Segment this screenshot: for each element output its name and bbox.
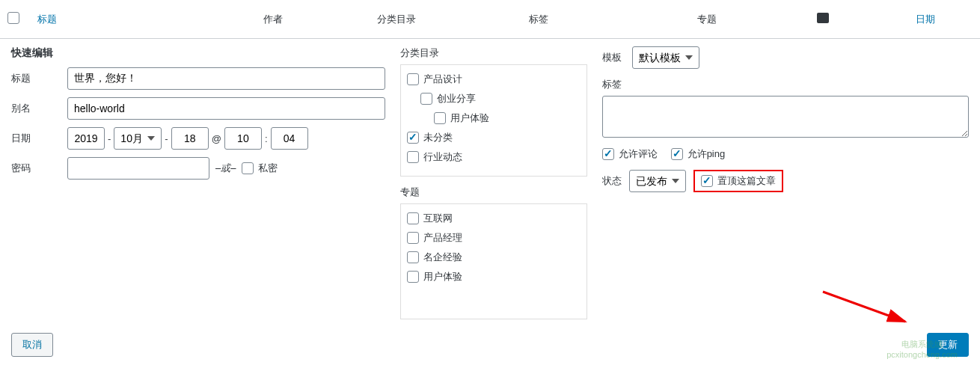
allow-ping-label: 允许ping bbox=[687, 147, 726, 161]
category-item[interactable]: 创业分享 bbox=[407, 89, 581, 108]
topic-checkbox[interactable] bbox=[407, 212, 419, 224]
column-comments[interactable] bbox=[800, 7, 845, 31]
category-name: 未分类 bbox=[423, 131, 453, 144]
day-input[interactable] bbox=[171, 127, 209, 150]
column-tags: 标签 bbox=[464, 7, 613, 32]
month-select[interactable]: 10月 bbox=[114, 127, 162, 150]
tags-label: 标签 bbox=[602, 78, 969, 91]
topics-label: 专题 bbox=[400, 186, 587, 199]
comment-icon bbox=[817, 13, 829, 23]
template-label: 模板 bbox=[602, 51, 632, 64]
select-all-checkbox[interactable] bbox=[7, 12, 19, 24]
password-label: 密码 bbox=[11, 162, 67, 175]
topic-item[interactable]: 互联网 bbox=[407, 209, 581, 228]
topic-name: 用户体验 bbox=[423, 270, 462, 283]
private-checkbox[interactable] bbox=[242, 162, 254, 174]
sticky-checkbox[interactable] bbox=[701, 175, 713, 187]
quick-edit-panel: 快速编辑 标题 别名 日期 - 10月 - @ : bbox=[0, 39, 980, 368]
cancel-button[interactable]: 取消 bbox=[11, 333, 53, 357]
topic-item[interactable]: 产品经理 bbox=[407, 228, 581, 248]
status-select[interactable]: 已发布 bbox=[629, 170, 686, 192]
password-input[interactable] bbox=[67, 157, 209, 180]
sticky-highlight: 置顶这篇文章 bbox=[693, 170, 783, 192]
category-name: 创业分享 bbox=[437, 92, 476, 105]
sticky-label: 置顶这篇文章 bbox=[717, 174, 776, 188]
topic-name: 互联网 bbox=[423, 212, 453, 225]
categories-list[interactable]: 产品设计创业分享用户体验未分类行业动态 bbox=[400, 64, 587, 177]
topic-checkbox[interactable] bbox=[407, 251, 419, 263]
category-item[interactable]: 产品设计 bbox=[407, 70, 581, 89]
allow-comments-checkbox[interactable] bbox=[602, 148, 614, 160]
topic-name: 产品经理 bbox=[423, 231, 462, 245]
topic-checkbox[interactable] bbox=[407, 232, 419, 244]
date-separator: - bbox=[108, 133, 111, 144]
topics-list[interactable]: 互联网产品经理名企经验用户体验 bbox=[400, 203, 587, 319]
allow-ping-checkbox[interactable] bbox=[671, 148, 683, 160]
or-text: –或– bbox=[215, 162, 236, 175]
column-date[interactable]: 日期 bbox=[845, 7, 980, 32]
select-all-cell bbox=[0, 6, 30, 32]
table-header: 标题 作者 分类目录 标签 专题 日期 bbox=[0, 0, 980, 39]
category-checkbox[interactable] bbox=[407, 151, 419, 163]
column-topic: 专题 bbox=[613, 7, 800, 32]
column-title[interactable]: 标题 bbox=[30, 7, 217, 32]
allow-comments-option[interactable]: 允许评论 bbox=[602, 147, 658, 161]
quick-edit-legend: 快速编辑 bbox=[11, 46, 385, 60]
status-label: 状态 bbox=[602, 174, 622, 188]
slug-label: 别名 bbox=[11, 102, 67, 115]
minute-input[interactable] bbox=[271, 127, 308, 150]
topic-name: 名企经验 bbox=[423, 251, 462, 264]
topic-checkbox[interactable] bbox=[407, 271, 419, 283]
time-colon: : bbox=[265, 133, 268, 144]
hour-input[interactable] bbox=[224, 127, 262, 150]
tags-textarea[interactable] bbox=[602, 96, 969, 138]
category-item[interactable]: 行业动态 bbox=[407, 147, 581, 167]
categories-label: 分类目录 bbox=[400, 46, 587, 60]
column-category: 分类目录 bbox=[329, 7, 464, 32]
category-name: 用户体验 bbox=[450, 111, 489, 125]
slug-input[interactable] bbox=[67, 97, 385, 120]
template-select[interactable]: 默认模板 bbox=[632, 46, 699, 69]
category-checkbox[interactable] bbox=[407, 132, 419, 144]
allow-comments-label: 允许评论 bbox=[619, 147, 658, 161]
title-input[interactable] bbox=[67, 67, 385, 90]
at-symbol: @ bbox=[212, 133, 221, 144]
category-item[interactable]: 未分类 bbox=[407, 128, 581, 147]
private-label: 私密 bbox=[258, 162, 278, 175]
date-separator: - bbox=[165, 133, 168, 144]
category-name: 产品设计 bbox=[423, 73, 462, 86]
title-label: 标题 bbox=[11, 72, 67, 85]
date-label: 日期 bbox=[11, 132, 67, 145]
category-checkbox[interactable] bbox=[407, 73, 419, 85]
watermark: 电脑系统城 pcxitongcheng.com bbox=[886, 339, 958, 359]
topic-item[interactable]: 名企经验 bbox=[407, 248, 581, 267]
category-name: 行业动态 bbox=[423, 150, 462, 164]
allow-ping-option[interactable]: 允许ping bbox=[671, 147, 726, 161]
category-checkbox[interactable] bbox=[420, 93, 432, 105]
topic-item[interactable]: 用户体验 bbox=[407, 267, 581, 286]
column-author: 作者 bbox=[217, 7, 329, 32]
category-checkbox[interactable] bbox=[434, 112, 446, 124]
category-item[interactable]: 用户体验 bbox=[407, 108, 581, 128]
year-input[interactable] bbox=[67, 127, 105, 150]
